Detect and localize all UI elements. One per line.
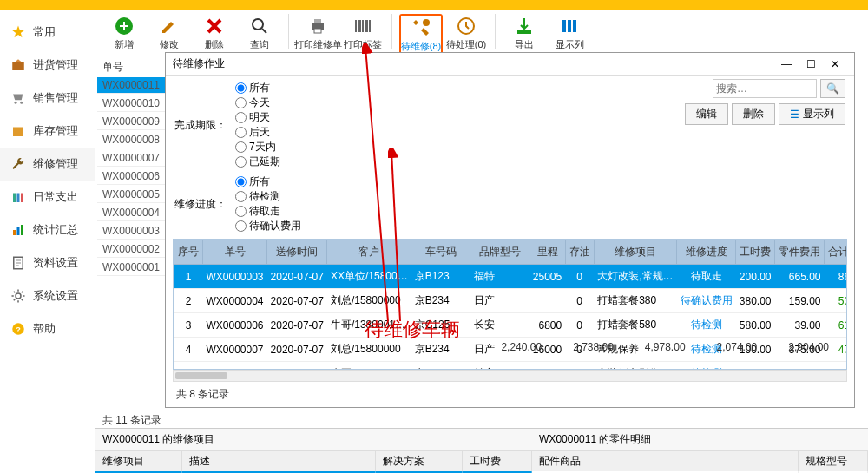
detail-parts: WX0000011 的零件明细 配件商品 规格型号 博世 机油滤清器 适用于大众… — [532, 429, 868, 473]
toolbar-clock-button[interactable]: 待处理(0) — [444, 14, 488, 53]
filter-label1: 单号 — [102, 60, 123, 75]
window-maximize-button[interactable]: ☐ — [799, 58, 823, 70]
detail-repair-items: WX0000011 的维修项目 维修项目 描述 解决方案 工时费 安装倒车影像 … — [95, 429, 532, 473]
sidebar-item-help[interactable]: ?帮助 — [0, 312, 95, 345]
main-toolbar: 新增修改删除查询打印维修单打印标签待维修(8)待处理(0)导出显示列 — [95, 10, 868, 58]
grid-totals-row: 2,240.00 2,738.00 4,978.00 2,074.00 2,90… — [501, 341, 829, 353]
filter-status-row: 维修进度： 所有 待检测 待取走 待确认费用 — [174, 174, 845, 233]
grid-header[interactable]: 维修进度 — [677, 240, 736, 265]
grid-header[interactable]: 单号 — [203, 240, 267, 265]
pencil-icon — [159, 16, 180, 36]
toolbar-search-button[interactable]: 查询 — [238, 14, 281, 53]
sidebar-item-stock[interactable]: 库存管理 — [0, 115, 95, 148]
tools-icon — [411, 17, 431, 38]
svg-text:?: ? — [16, 325, 21, 334]
grid-header[interactable]: 维修项目 — [594, 240, 676, 265]
detail-left-title: WX0000011 的维修项目 — [95, 429, 532, 451]
modal-title-text: 待维修作业 — [173, 56, 225, 71]
sidebar-item-purchase[interactable]: 进货管理 — [0, 49, 95, 82]
grid-header[interactable]: 存油 — [565, 240, 594, 265]
wrench-icon — [10, 156, 26, 172]
modal-edit-button[interactable]: 编辑 — [685, 103, 728, 125]
svg-rect-0 — [12, 62, 24, 70]
grid-header[interactable]: 合计金额 — [825, 240, 847, 265]
plus-icon — [114, 16, 135, 36]
due-radio-4[interactable]: 7天内 — [235, 140, 280, 154]
sidebar-item-common[interactable]: 常用 — [0, 16, 95, 49]
svg-rect-23 — [568, 20, 571, 32]
grid-header[interactable]: 里程 — [529, 240, 565, 265]
grid-header[interactable]: 客户 — [327, 240, 411, 265]
due-radio-5[interactable]: 已延期 — [235, 154, 280, 169]
x-icon — [204, 16, 225, 36]
toolbar-pencil-button[interactable]: 修改 — [148, 14, 191, 53]
modal-search-input[interactable] — [713, 79, 817, 98]
grid-row[interactable]: 3WX00000062020-07-07牛哥/1380001…京C125长安68… — [174, 313, 848, 338]
due-radio-3[interactable]: 后天 — [235, 125, 280, 140]
modal-record-count: 共 8 条记录 — [176, 387, 229, 402]
svg-rect-7 — [13, 230, 16, 235]
modal-horizontal-scrollbar[interactable] — [173, 370, 847, 382]
help-icon: ? — [10, 321, 26, 337]
window-close-button[interactable]: ✕ — [823, 58, 847, 70]
status-radio-3[interactable]: 待确认费用 — [235, 219, 301, 233]
detail-right-title: WX0000011 的零件明细 — [532, 429, 868, 451]
svg-rect-22 — [562, 20, 566, 32]
due-radio-0[interactable]: 所有 — [235, 81, 280, 95]
sidebar-item-data[interactable]: 资料设置 — [0, 246, 95, 279]
toolbar-x-button[interactable]: 删除 — [193, 14, 236, 53]
svg-rect-21 — [517, 30, 531, 34]
search-icon — [249, 16, 270, 36]
svg-rect-4 — [13, 194, 16, 203]
svg-point-15 — [253, 19, 263, 30]
svg-rect-6 — [21, 194, 23, 203]
due-radio-1[interactable]: 今天 — [235, 95, 280, 110]
toolbar-print-button[interactable]: 打印维修单 — [296, 14, 339, 53]
grid-row[interactable]: 2WX00000042020-07-07刘总/15800000京B234日产0打… — [174, 289, 848, 313]
toolbar-export-button[interactable]: 导出 — [503, 14, 546, 53]
grid-header[interactable]: 车号码 — [411, 240, 470, 265]
print-icon — [307, 16, 328, 36]
columns-icon — [10, 189, 26, 205]
grid-row[interactable]: 5WX00000082023-03-08牛哥/1380001…京C125长安68… — [174, 362, 848, 371]
toolbar-cols-button[interactable]: 显示列 — [548, 14, 591, 53]
background-record-count: 共 11 条记录 — [102, 413, 161, 428]
doc-icon — [10, 255, 26, 271]
sidebar-item-expense[interactable]: 日常支出 — [0, 181, 95, 214]
status-radio-2[interactable]: 待取走 — [235, 204, 301, 219]
cols-icon — [559, 16, 580, 36]
svg-point-2 — [20, 102, 23, 104]
sidebar-item-repair[interactable]: 维修管理 — [0, 148, 95, 181]
due-radio-2[interactable]: 明天 — [235, 110, 280, 125]
svg-rect-8 — [17, 227, 20, 235]
grid-header[interactable]: 序号 — [174, 240, 203, 265]
grid-header[interactable]: 品牌型号 — [470, 240, 529, 265]
svg-point-19 — [423, 19, 430, 26]
modal-search-go-button[interactable]: 🔍 — [820, 79, 845, 98]
star-icon — [10, 24, 26, 40]
status-radio-1[interactable]: 待检测 — [235, 189, 301, 204]
grid-header[interactable]: 零件费用 — [775, 240, 825, 265]
svg-rect-24 — [573, 20, 576, 32]
grid-header[interactable]: 送修时间 — [267, 240, 327, 265]
gear-icon — [10, 288, 26, 304]
sidebar-item-sales[interactable]: 销售管理 — [0, 82, 95, 115]
sidebar-item-stats[interactable]: 统计汇总 — [0, 214, 95, 246]
sidebar: 常用 进货管理 销售管理 库存管理 维修管理 日常支出 统计汇总 资料设置 系统… — [0, 10, 95, 473]
sidebar-item-system[interactable]: 系统设置 — [0, 279, 95, 312]
modal-cols-button[interactable]: ☰显示列 — [779, 103, 845, 125]
toolbar-tools-button[interactable]: 待维修(8) — [399, 14, 443, 56]
cart-icon — [10, 90, 26, 106]
svg-rect-5 — [17, 194, 20, 203]
modal-delete-button[interactable]: 删除 — [732, 103, 775, 125]
toolbar-barcode-button[interactable]: 打印标签 — [341, 14, 385, 53]
clock-icon — [456, 16, 477, 36]
grid-row[interactable]: 1WX00000032020-07-07XX单位/15800…京B123福特25… — [174, 265, 848, 289]
svg-point-1 — [15, 102, 17, 104]
grid-header[interactable]: 工时费 — [736, 240, 775, 265]
box-icon — [10, 123, 26, 139]
status-radio-0[interactable]: 所有 — [235, 174, 301, 189]
toolbar-plus-button[interactable]: 新增 — [102, 14, 146, 53]
annotation-label: 待维修车辆 — [365, 317, 460, 343]
window-minimize-button[interactable]: — — [774, 58, 799, 70]
